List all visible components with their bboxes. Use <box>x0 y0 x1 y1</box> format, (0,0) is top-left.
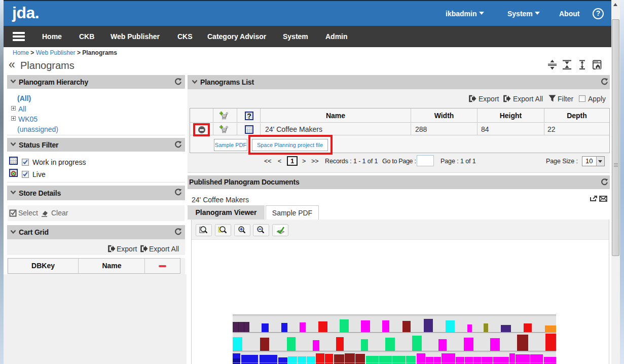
svg-text:?: ? <box>247 112 251 120</box>
